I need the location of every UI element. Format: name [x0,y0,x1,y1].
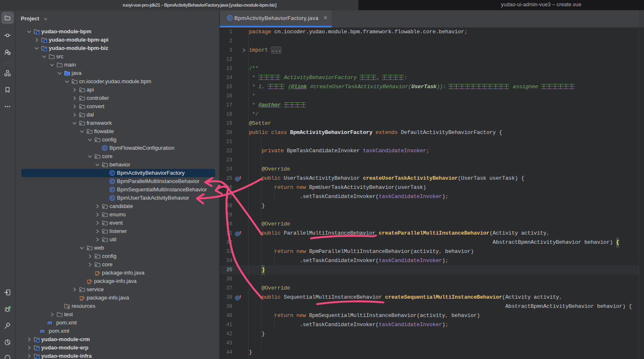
svg-text:C: C [229,16,231,20]
svg-text:C: C [111,179,114,183]
svg-text:C: C [111,171,114,175]
svg-text:C: C [111,188,114,192]
svg-text:C: C [103,146,106,150]
svg-text:C: C [111,196,114,200]
